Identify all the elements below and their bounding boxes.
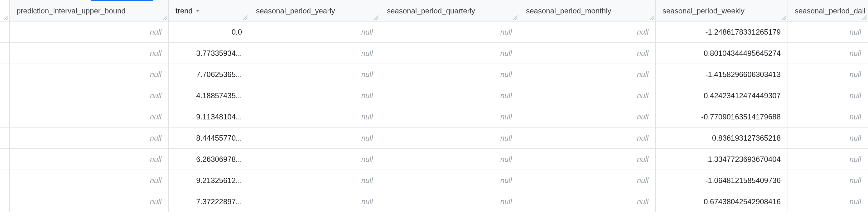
table-row[interactable]: null3.77335934...nullnullnull0.801043444… (0, 43, 868, 64)
cell-seasonal_period_daily[interactable]: null (788, 43, 868, 64)
row-number-cell[interactable] (0, 170, 10, 191)
table-row[interactable]: null4.18857435...nullnullnull0.424234124… (0, 85, 868, 106)
cell-seasonal_period_weekly[interactable]: 0.80104344495645274 (656, 43, 788, 64)
cell-seasonal_period_weekly[interactable]: 0.42423412474449307 (656, 85, 788, 106)
cell-seasonal_period_weekly[interactable]: 1.3347723693670404 (656, 149, 788, 170)
row-number-header[interactable] (0, 0, 10, 22)
cell-seasonal_period_weekly[interactable]: -0.77090163514179688 (656, 106, 788, 127)
table-row[interactable]: null9.11348104...nullnullnull-0.77090163… (0, 106, 868, 127)
cell-prediction_interval_upper_bound[interactable]: null (10, 170, 169, 191)
cell-seasonal_period_yearly[interactable]: null (249, 85, 380, 106)
header-row: prediction_interval_upper_bound trend se… (0, 0, 868, 22)
cell-seasonal_period_yearly[interactable]: null (249, 22, 380, 43)
table-row[interactable]: null8.44455770...nullnullnull0.836193127… (0, 127, 868, 149)
cell-prediction_interval_upper_bound[interactable]: null (10, 191, 169, 212)
cell-seasonal_period_daily[interactable]: null (788, 64, 868, 85)
cell-seasonal_period_monthly[interactable]: null (519, 85, 656, 106)
cell-prediction_interval_upper_bound[interactable]: null (10, 22, 169, 43)
row-number-cell[interactable] (0, 64, 10, 85)
resize-handle[interactable] (161, 14, 168, 21)
cell-prediction_interval_upper_bound[interactable]: null (10, 127, 169, 149)
resize-handle[interactable] (861, 14, 868, 21)
resize-handle[interactable] (242, 14, 249, 21)
cell-prediction_interval_upper_bound[interactable]: null (10, 149, 169, 170)
cell-seasonal_period_daily[interactable]: null (788, 106, 868, 127)
cell-seasonal_period_daily[interactable]: null (788, 191, 868, 212)
resize-handle[interactable] (649, 14, 655, 21)
col-header-seasonal-period-yearly[interactable]: seasonal_period_yearly (249, 0, 380, 22)
cell-seasonal_period_quarterly[interactable]: null (380, 127, 519, 149)
cell-trend[interactable]: 9.11348104... (169, 106, 249, 127)
cell-seasonal_period_weekly[interactable]: 0.836193127365218 (656, 127, 788, 149)
cell-seasonal_period_quarterly[interactable]: null (380, 191, 519, 212)
cell-seasonal_period_daily[interactable]: null (788, 149, 868, 170)
cell-seasonal_period_daily[interactable]: null (788, 22, 868, 43)
cell-seasonal_period_daily[interactable]: null (788, 127, 868, 149)
cell-seasonal_period_yearly[interactable]: null (249, 106, 380, 127)
col-header-seasonal-period-quarterly[interactable]: seasonal_period_quarterly (380, 0, 519, 22)
resize-handle[interactable] (2, 14, 9, 21)
table-row[interactable]: null6.26306978...nullnullnull1.334772369… (0, 149, 868, 170)
row-number-cell[interactable] (0, 149, 10, 170)
cell-seasonal_period_monthly[interactable]: null (519, 106, 656, 127)
cell-trend[interactable]: 0.0 (169, 22, 249, 43)
table-row[interactable]: null9.21325612...nullnullnull-1.06481215… (0, 170, 868, 191)
col-label: trend (176, 6, 194, 15)
cell-seasonal_period_quarterly[interactable]: null (380, 149, 519, 170)
col-header-seasonal-period-monthly[interactable]: seasonal_period_monthly (519, 0, 656, 22)
row-number-cell[interactable] (0, 191, 10, 212)
cell-seasonal_period_quarterly[interactable]: null (380, 64, 519, 85)
cell-trend[interactable]: 3.77335934... (169, 43, 249, 64)
cell-seasonal_period_daily[interactable]: null (788, 170, 868, 191)
col-header-prediction-interval-upper-bound[interactable]: prediction_interval_upper_bound (10, 0, 169, 22)
cell-seasonal_period_quarterly[interactable]: null (380, 106, 519, 127)
cell-seasonal_period_yearly[interactable]: null (249, 127, 380, 149)
col-header-seasonal-period-daily[interactable]: seasonal_period_dail (788, 0, 868, 22)
cell-prediction_interval_upper_bound[interactable]: null (10, 85, 169, 106)
cell-seasonal_period_yearly[interactable]: null (249, 149, 380, 170)
cell-trend[interactable]: 7.70625365... (169, 64, 249, 85)
cell-seasonal_period_monthly[interactable]: null (519, 64, 656, 85)
cell-seasonal_period_monthly[interactable]: null (519, 170, 656, 191)
cell-trend[interactable]: 6.26306978... (169, 149, 249, 170)
col-label: seasonal_period_quarterly (387, 6, 477, 15)
cell-prediction_interval_upper_bound[interactable]: null (10, 64, 169, 85)
cell-seasonal_period_quarterly[interactable]: null (380, 43, 519, 64)
cell-seasonal_period_monthly[interactable]: null (519, 191, 656, 212)
cell-seasonal_period_monthly[interactable]: null (519, 149, 656, 170)
cell-seasonal_period_quarterly[interactable]: null (380, 22, 519, 43)
resize-handle[interactable] (512, 14, 519, 21)
cell-seasonal_period_yearly[interactable]: null (249, 64, 380, 85)
cell-seasonal_period_weekly[interactable]: -1.4158296606303413 (656, 64, 788, 85)
cell-seasonal_period_weekly[interactable]: -1.0648121585409736 (656, 170, 788, 191)
row-number-cell[interactable] (0, 43, 10, 64)
cell-seasonal_period_quarterly[interactable]: null (380, 85, 519, 106)
cell-seasonal_period_monthly[interactable]: null (519, 43, 656, 64)
col-header-seasonal-period-weekly[interactable]: seasonal_period_weekly (656, 0, 788, 22)
cell-trend[interactable]: 4.18857435... (169, 85, 249, 106)
cell-prediction_interval_upper_bound[interactable]: null (10, 106, 169, 127)
cell-trend[interactable]: 7.37222897... (169, 191, 249, 212)
table-row[interactable]: null7.70625365...nullnullnull-1.41582966… (0, 64, 868, 85)
resize-handle[interactable] (781, 14, 787, 21)
cell-seasonal_period_daily[interactable]: null (788, 85, 868, 106)
resize-handle[interactable] (373, 14, 380, 21)
cell-seasonal_period_monthly[interactable]: null (519, 127, 656, 149)
row-number-cell[interactable] (0, 22, 10, 43)
row-number-cell[interactable] (0, 127, 10, 149)
cell-seasonal_period_monthly[interactable]: null (519, 22, 656, 43)
table-row[interactable]: null0.0nullnullnull-1.2486178331265179nu… (0, 22, 868, 43)
cell-seasonal_period_weekly[interactable]: 0.67438042542908416 (656, 191, 788, 212)
cell-trend[interactable]: 9.21325612... (169, 170, 249, 191)
row-number-cell[interactable] (0, 85, 10, 106)
cell-seasonal_period_yearly[interactable]: null (249, 170, 380, 191)
col-header-trend[interactable]: trend (169, 0, 249, 22)
cell-prediction_interval_upper_bound[interactable]: null (10, 43, 169, 64)
table-row[interactable]: null7.37222897...nullnullnull0.674380425… (0, 191, 868, 212)
cell-seasonal_period_yearly[interactable]: null (249, 43, 380, 64)
row-number-cell[interactable] (0, 106, 10, 127)
cell-seasonal_period_weekly[interactable]: -1.2486178331265179 (656, 22, 788, 43)
cell-trend[interactable]: 8.44455770... (169, 127, 249, 149)
cell-seasonal_period_quarterly[interactable]: null (380, 170, 519, 191)
cell-seasonal_period_yearly[interactable]: null (249, 191, 380, 212)
